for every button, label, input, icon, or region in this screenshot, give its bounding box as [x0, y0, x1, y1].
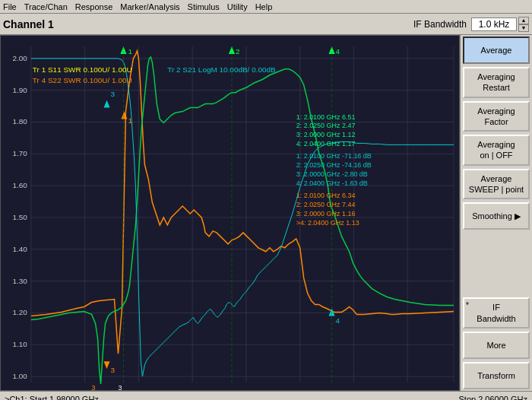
svg-text:3: 3: [118, 384, 122, 390]
svg-text:1.00: 1.00: [12, 372, 27, 380]
svg-text:4: 4: [336, 47, 340, 56]
more-button[interactable]: More: [463, 332, 530, 359]
if-bandwidth-input[interactable]: [471, 17, 517, 31]
menu-response[interactable]: Response: [75, 2, 113, 11]
svg-text:3:    2.0000 GHz   -2.80 dB: 3: 2.0000 GHz -2.80 dB: [296, 170, 368, 178]
svg-text:Tr 2  S21 LogM 10.00dB/  0.00d: Tr 2 S21 LogM 10.00dB/ 0.00dB: [167, 65, 276, 74]
if-bandwidth-label: IF Bandwidth: [413, 19, 467, 30]
averaging-on-off-button[interactable]: Averagingon | OFF: [463, 135, 530, 166]
svg-text:2: 2: [236, 47, 240, 56]
chart-area[interactable]: 2.00 1.90 1.80 1.70 1.60 1.50 1.40 1.30 …: [0, 35, 460, 391]
svg-text:1: 1: [128, 116, 132, 125]
sidebar-spacer: [461, 231, 532, 296]
menu-trace-chan[interactable]: Trace/Chan: [24, 2, 68, 11]
smoothing-button[interactable]: Smoothing ▶: [463, 202, 530, 230]
transform-button[interactable]: Transform: [463, 362, 530, 389]
averaging-factor-button[interactable]: AveragingFactor: [463, 101, 530, 132]
svg-text:>4:   2.0400 GHz      1.13: >4: 2.0400 GHz 1.13: [296, 219, 359, 227]
svg-text:1.30: 1.30: [12, 277, 27, 285]
svg-text:1:    2.0100 GHz      6.51: 1: 2.0100 GHz 6.51: [296, 113, 356, 121]
svg-text:4: 4: [336, 316, 340, 325]
sweep-stop: Stop 2.06000 GHz: [458, 395, 527, 401]
header: Channel 1 IF Bandwidth ▲ ▼: [0, 14, 532, 35]
menu-utility[interactable]: Utility: [227, 2, 248, 11]
svg-text:1.50: 1.50: [12, 213, 27, 221]
svg-text:3: 3: [111, 90, 116, 98]
menu-marker-analysis[interactable]: Marker/Analysis: [120, 2, 179, 11]
channel-title: Channel 1: [3, 18, 413, 30]
if-bw-down[interactable]: ▼: [518, 24, 529, 32]
svg-text:1:    2.0100 GHz  -71.16 dB: 1: 2.0100 GHz -71.16 dB: [296, 152, 372, 160]
menubar: File Trace/Chan Response Marker/Analysis…: [0, 0, 532, 14]
average-button[interactable]: Average: [463, 37, 530, 64]
menu-file[interactable]: File: [3, 2, 17, 11]
averaging-restart-button[interactable]: AveragingRestart: [463, 67, 530, 98]
svg-text:3: 3: [92, 384, 96, 390]
svg-text:1.70: 1.70: [12, 149, 27, 157]
svg-text:3:    2.0000 GHz      1.16: 3: 2.0000 GHz 1.16: [296, 210, 356, 217]
svg-text:4:    2.0400 GHz      1.17: 4: 2.0400 GHz 1.17: [296, 140, 356, 148]
menu-help[interactable]: Help: [255, 2, 273, 11]
svg-text:1.80: 1.80: [12, 118, 27, 126]
main-content: 2.00 1.90 1.80 1.70 1.60 1.50 1.40 1.30 …: [0, 35, 532, 391]
svg-text:2:    2.0250 GHz      7.44: 2: 2.0250 GHz 7.44: [296, 201, 356, 208]
svg-text:3:    2.0000 GHz      1.12: 3: 2.0000 GHz 1.12: [296, 131, 356, 138]
average-sweep-point-button[interactable]: AverageSWEEP | point: [463, 169, 530, 200]
svg-text:1.40: 1.40: [12, 245, 27, 253]
svg-text:2:    2.0250 GHz  -74.16 dB: 2: 2.0250 GHz -74.16 dB: [296, 161, 372, 169]
svg-text:1: 1: [128, 47, 132, 56]
svg-text:1.20: 1.20: [12, 308, 27, 316]
sidebar: Average AveragingRestart AveragingFactor…: [460, 35, 532, 391]
sweep-start: >Ch1: Start 1.98000 GHz ----: [5, 395, 458, 401]
svg-text:2:    2.0250 GHz      2.47: 2: 2.0250 GHz 2.47: [296, 122, 356, 129]
if-bandwidth-button[interactable]: * IFBandwidth: [463, 297, 530, 329]
menu-stimulus[interactable]: Stimulus: [188, 2, 220, 11]
bottom-bar: >Ch1: Start 1.98000 GHz ---- Stop 2.0600…: [0, 391, 532, 400]
svg-text:1.60: 1.60: [12, 181, 27, 189]
svg-text:Tr 4  S22 SWR 0.100U/  1.00U: Tr 4 S22 SWR 0.100U/ 1.00U: [33, 76, 132, 84]
svg-text:1:    2.0100 GHz      6.34: 1: 2.0100 GHz 6.34: [296, 192, 356, 199]
svg-text:3: 3: [111, 366, 116, 374]
svg-text:Tr 1  S11 SWR 0.100U/  1.00U: Tr 1 S11 SWR 0.100U/ 1.00U: [33, 65, 132, 74]
svg-rect-0: [1, 36, 459, 390]
if-bandwidth-arrows: ▲ ▼: [518, 17, 529, 32]
svg-text:1.10: 1.10: [12, 340, 27, 348]
svg-text:4:    2.0400 GHz   -1.63 dB: 4: 2.0400 GHz -1.63 dB: [296, 179, 368, 187]
svg-text:1.90: 1.90: [12, 86, 27, 94]
if-bw-up[interactable]: ▲: [518, 17, 529, 24]
svg-text:2.00: 2.00: [12, 54, 27, 62]
